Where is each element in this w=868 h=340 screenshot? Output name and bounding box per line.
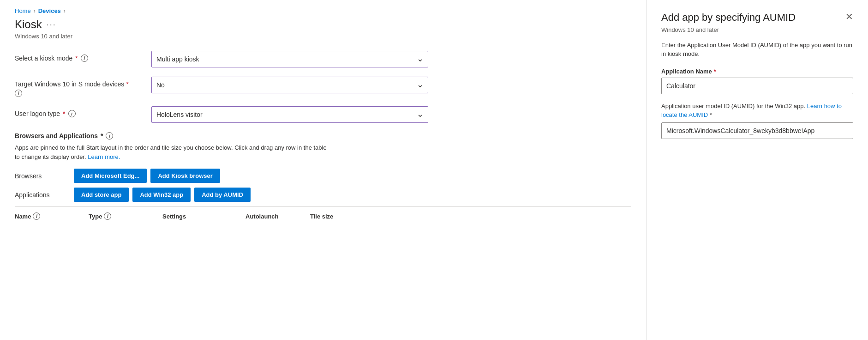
page-subtitle: Windows 10 and later: [15, 33, 631, 40]
s-mode-select[interactable]: Yes No: [151, 77, 428, 93]
add-kiosk-browser-button[interactable]: Add Kiosk browser: [150, 169, 220, 183]
learn-more-link[interactable]: Learn more.: [88, 153, 120, 160]
logon-type-select-wrapper: Azure AD user or group Auto logon HoloLe…: [151, 106, 428, 123]
aumid-required: *: [710, 111, 712, 118]
logon-type-info-icon[interactable]: i: [68, 110, 76, 117]
logon-type-label: User logon type * i: [15, 106, 144, 117]
breadcrumb-separator-2: ›: [64, 8, 66, 14]
section-label: Browsers and Applications * i: [15, 132, 631, 140]
breadcrumb: Home › Devices ›: [15, 7, 631, 14]
logon-type-row: User logon type * i Azure AD user or gro…: [15, 106, 631, 123]
table-header: Name i Type i Settings Autolaunch Tile s…: [15, 206, 631, 220]
panel-subtitle: Windows 10 and later: [661, 26, 853, 33]
browsers-apps-info-icon[interactable]: i: [106, 132, 113, 140]
more-options-button[interactable]: ···: [47, 20, 56, 30]
section-desc: Apps are pinned to the full Start layout…: [15, 143, 329, 161]
add-win32-app-button[interactable]: Add Win32 app: [132, 188, 191, 202]
panel-title: Add app by specifying AUMID: [661, 11, 845, 24]
add-edge-button[interactable]: Add Microsoft Edg...: [74, 169, 147, 183]
panel-title-row: Add app by specifying AUMID ✕: [661, 11, 853, 24]
page-title: Kiosk: [15, 18, 42, 31]
col-settings: Settings: [162, 213, 245, 220]
breadcrumb-devices[interactable]: Devices: [38, 7, 61, 14]
app-name-field-label: Application Name *: [661, 68, 853, 75]
logon-type-select[interactable]: Azure AD user or group Auto logon HoloLe…: [151, 106, 428, 123]
kiosk-mode-select-wrapper: Single app kiosk Multi app kiosk: [151, 51, 428, 67]
s-mode-info-icon[interactable]: i: [15, 90, 22, 97]
left-panel: Home › Devices › Kiosk ··· Windows 10 an…: [0, 0, 647, 340]
add-store-app-button[interactable]: Add store app: [74, 188, 129, 202]
col-type-info-icon[interactable]: i: [104, 212, 111, 220]
kiosk-mode-select[interactable]: Single app kiosk Multi app kiosk: [151, 51, 428, 67]
breadcrumb-home[interactable]: Home: [15, 7, 31, 14]
col-tilesize: Tile size: [310, 213, 375, 220]
logon-type-required: *: [63, 110, 65, 117]
panel-desc: Enter the Application User Model ID (AUM…: [661, 41, 853, 59]
applications-row: Applications Add store app Add Win32 app…: [15, 188, 631, 202]
aumid-field-desc: Application user model ID (AUMID) for th…: [661, 102, 853, 120]
applications-label: Applications: [15, 191, 70, 199]
kiosk-mode-info-icon[interactable]: i: [81, 55, 88, 62]
col-name: Name i: [15, 212, 89, 220]
right-panel: Add app by specifying AUMID ✕ Windows 10…: [647, 0, 868, 340]
browsers-apps-section: Browsers and Applications * i Apps are p…: [15, 132, 631, 220]
page-title-row: Kiosk ···: [15, 18, 631, 31]
breadcrumb-separator-1: ›: [34, 8, 36, 14]
app-name-required: *: [714, 68, 716, 75]
browsers-label: Browsers: [15, 172, 70, 180]
kiosk-mode-required: *: [75, 55, 78, 62]
kiosk-mode-row: Select a kiosk mode * i Single app kiosk…: [15, 51, 631, 67]
aumid-input[interactable]: [661, 122, 853, 139]
s-mode-select-wrapper: Yes No: [151, 77, 428, 93]
close-panel-button[interactable]: ✕: [845, 12, 853, 21]
app-name-input[interactable]: [661, 78, 853, 94]
s-mode-required: *: [126, 80, 128, 88]
s-mode-label: Target Windows 10 in S mode devices * i: [15, 77, 144, 97]
kiosk-mode-label: Select a kiosk mode * i: [15, 51, 144, 62]
add-by-aumid-button[interactable]: Add by AUMID: [194, 188, 251, 202]
col-autolaunch: Autolaunch: [245, 213, 310, 220]
s-mode-row: Target Windows 10 in S mode devices * i …: [15, 77, 631, 97]
browsers-apps-required: *: [101, 132, 103, 140]
col-name-info-icon[interactable]: i: [33, 212, 40, 220]
col-type: Type i: [89, 212, 162, 220]
browsers-row: Browsers Add Microsoft Edg... Add Kiosk …: [15, 169, 631, 183]
